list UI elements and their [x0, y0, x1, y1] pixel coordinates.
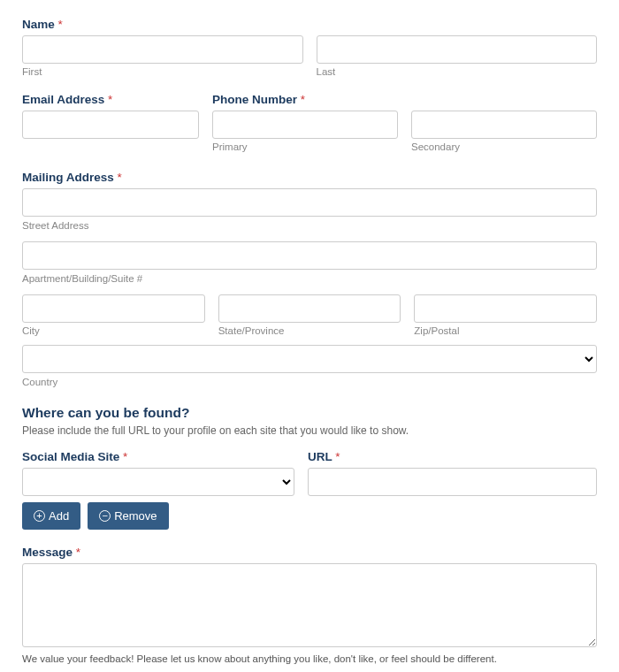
social-url-label: URL *: [308, 450, 597, 463]
message-group: Message * We value your feedback! Please…: [22, 546, 597, 664]
social-site-label: Social Media Site *: [22, 450, 294, 463]
add-button-label: Add: [49, 509, 69, 523]
required-mark: *: [76, 546, 80, 559]
country-select[interactable]: [22, 345, 597, 373]
required-mark: *: [118, 171, 122, 184]
social-group: Social Media Site * URL * + Add − Remove: [22, 450, 597, 530]
message-label-text: Message: [22, 546, 73, 559]
social-site-select[interactable]: [22, 468, 294, 496]
mailing-label-text: Mailing Address: [22, 171, 114, 184]
city-input[interactable]: [22, 294, 205, 323]
email-input[interactable]: [22, 111, 199, 139]
mailing-group: Mailing Address * Street Address Apartme…: [22, 171, 597, 389]
first-name-sublabel: First: [22, 66, 303, 77]
email-label: Email Address *: [22, 93, 199, 106]
required-mark: *: [58, 18, 63, 31]
phone-primary-input[interactable]: [212, 111, 398, 139]
email-label-text: Email Address: [22, 93, 104, 106]
required-mark: *: [123, 450, 127, 463]
message-label: Message *: [22, 546, 597, 559]
plus-icon: +: [34, 510, 45, 522]
first-name-input[interactable]: [22, 35, 303, 64]
name-group: Name * First Last: [22, 18, 597, 77]
social-url-input[interactable]: [308, 468, 597, 496]
required-mark: *: [301, 93, 305, 106]
state-sublabel: State/Province: [218, 325, 401, 336]
last-name-sublabel: Last: [317, 66, 598, 77]
name-label-text: Name: [22, 18, 55, 31]
country-sublabel: Country: [22, 377, 57, 387]
state-input[interactable]: [218, 294, 401, 323]
remove-button[interactable]: − Remove: [88, 502, 168, 530]
phone-secondary-sublabel: Secondary: [411, 141, 597, 152]
mailing-label: Mailing Address *: [22, 171, 597, 184]
street-input[interactable]: [22, 188, 597, 217]
last-name-input[interactable]: [317, 35, 598, 64]
contact-group: Email Address * Phone Number * Primary S…: [22, 93, 597, 155]
social-url-label-text: URL: [308, 450, 332, 463]
apt-input[interactable]: [22, 241, 597, 270]
required-mark: *: [335, 450, 340, 463]
phone-secondary-input[interactable]: [411, 111, 597, 139]
remove-button-label: Remove: [114, 509, 157, 523]
street-sublabel: Street Address: [22, 220, 88, 231]
phone-label: Phone Number *: [212, 93, 597, 106]
social-site-label-text: Social Media Site: [22, 450, 119, 463]
city-sublabel: City: [22, 325, 205, 336]
add-button[interactable]: + Add: [22, 502, 80, 530]
phone-primary-sublabel: Primary: [212, 141, 398, 152]
zip-sublabel: Zip/Postal: [414, 325, 597, 336]
social-section-desc: Please include the full URL to your prof…: [22, 424, 597, 437]
phone-label-text: Phone Number: [212, 93, 297, 106]
zip-input[interactable]: [414, 294, 597, 323]
apt-sublabel: Apartment/Building/Suite #: [22, 273, 142, 284]
name-label: Name *: [22, 18, 597, 31]
message-helper: We value your feedback! Please let us kn…: [22, 653, 597, 664]
minus-icon: −: [99, 510, 111, 522]
social-section-heading: Where can you be found?: [22, 405, 597, 421]
message-textarea[interactable]: [22, 563, 597, 647]
required-mark: *: [108, 93, 112, 106]
